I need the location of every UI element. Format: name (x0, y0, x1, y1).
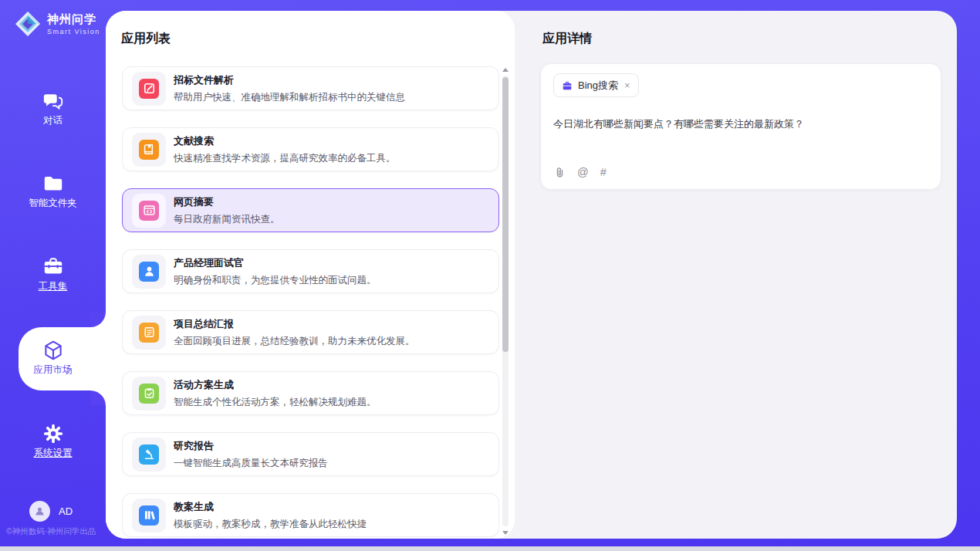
tool-tag-label: Bing搜索 (578, 79, 618, 93)
app-icon (132, 255, 166, 289)
app-card-desc: 一键智能生成高质量长文本研究报告 (174, 457, 328, 470)
bubble-curve-top (90, 312, 106, 327)
prompt-card: Bing搜索 × 今日湖北有哪些新闻要点？有哪些需要关注的最新政策？ @ # (540, 63, 941, 190)
app-card[interactable]: 文献搜索快速精准查找学术资源，提高研究效率的必备工具。 (122, 127, 499, 171)
sidebar-item-cube[interactable]: 应用市场 (0, 338, 106, 377)
person-icon (34, 505, 46, 517)
app-card-title: 文献搜索 (174, 134, 396, 148)
prompt-toolbar: @ # (554, 166, 607, 178)
app-list-panel: 应用列表 招标文件解析帮助用户快速、准确地理解和解析招标书中的关键信息文献搜索快… (106, 11, 515, 539)
attachment-icon[interactable] (554, 167, 566, 178)
app-icon (132, 72, 166, 106)
sidebar-item-label: 应用市场 (34, 363, 73, 377)
app-card-desc: 模板驱动，教案秒成，教学准备从此轻松快捷 (174, 518, 367, 531)
interviewer-icon (139, 262, 159, 282)
tool-tag[interactable]: Bing搜索 × (553, 73, 639, 97)
app-card[interactable]: 教案生成模板驱动，教案秒成，教学准备从此轻松快捷 (122, 493, 499, 537)
app-icon (132, 499, 166, 532)
sidebar-item-folder[interactable]: 智能文件夹 (0, 171, 106, 210)
cube-icon (0, 338, 106, 361)
edit-icon (139, 79, 159, 99)
scrollbar-thumb[interactable] (502, 77, 509, 352)
sidebar-item-toolbox[interactable]: 工具集 (0, 255, 106, 293)
notepad-icon (139, 323, 159, 343)
sidebar: 神州问学 Smart Vision 对话智能文件夹工具集应用市场系统设置 AD … (0, 0, 106, 551)
app-card-title: 产品经理面试官 (174, 256, 377, 270)
app-list: 招标文件解析帮助用户快速、准确地理解和解析招标书中的关键信息文献搜索快速精准查找… (122, 66, 499, 540)
scroll-up-button[interactable] (501, 65, 510, 74)
app-card-title: 研究报告 (174, 439, 328, 453)
app-icon (132, 438, 166, 472)
gear-icon (0, 421, 106, 445)
toolbox-icon (0, 255, 106, 278)
chat-icon (0, 89, 106, 112)
arrow-down-icon (502, 531, 509, 535)
scroll-down-button[interactable] (501, 528, 510, 537)
copyright-text: ©神州数码·神州问学出品 (6, 526, 96, 537)
mention-icon[interactable]: @ (577, 166, 589, 178)
app-card[interactable]: 产品经理面试官明确身份和职责，为您提供专业性的面试问题。 (122, 249, 499, 293)
brand-logo-icon (14, 10, 42, 38)
app-list-title: 应用列表 (121, 31, 171, 47)
brand-name: 神州问学 (47, 12, 100, 27)
app-card[interactable]: 网页摘要每日政府新闻资讯快查。 (122, 188, 499, 232)
app-card-title: 招标文件解析 (174, 73, 405, 87)
bottom-strip (0, 546, 980, 551)
app-card-desc: 快速精准查找学术资源，提高研究效率的必备工具。 (174, 152, 396, 165)
report-icon (139, 445, 159, 465)
app-icon (132, 194, 166, 228)
brand-subtitle: Smart Vision (47, 28, 100, 35)
clipboard-icon (139, 384, 159, 404)
brand-logo: 神州问学 Smart Vision (14, 10, 100, 38)
hashtag-icon[interactable]: # (600, 166, 607, 178)
close-icon[interactable]: × (624, 79, 630, 91)
sidebar-item-label: 系统设置 (34, 447, 73, 460)
app-detail-title: 应用详情 (542, 31, 592, 47)
sidebar-item-chat[interactable]: 对话 (0, 89, 106, 127)
app-card-desc: 全面回顾项目进展，总结经验教训，助力未来优化发展。 (174, 335, 415, 348)
app-card-desc: 帮助用户快速、准确地理解和解析招标书中的关键信息 (174, 91, 405, 104)
sidebar-item-label: 智能文件夹 (29, 197, 77, 210)
avatar[interactable] (29, 501, 50, 522)
app-icon (132, 377, 166, 411)
app-card-desc: 智能生成个性化活动方案，轻松解决规划难题。 (174, 396, 377, 409)
app-card-title: 活动方案生成 (174, 378, 377, 392)
app-card[interactable]: 项目总结汇报全面回顾项目进展，总结经验教训，助力未来优化发展。 (122, 310, 499, 354)
app-card[interactable]: 研究报告一键智能生成高质量长文本研究报告 (122, 432, 499, 476)
app-card-desc: 明确身份和职责，为您提供专业性的面试问题。 (174, 274, 377, 287)
app-window: 神州问学 Smart Vision 对话智能文件夹工具集应用市场系统设置 AD … (0, 0, 980, 551)
main-panel: 应用列表 招标文件解析帮助用户快速、准确地理解和解析招标书中的关键信息文献搜索快… (106, 11, 957, 539)
books-icon (139, 505, 159, 526)
arrow-up-icon (502, 68, 509, 72)
bubble-curve-bottom (90, 390, 106, 406)
app-card-desc: 每日政府新闻资讯快查。 (174, 213, 280, 226)
folder-icon (0, 171, 106, 194)
app-icon (132, 133, 166, 167)
app-card[interactable]: 招标文件解析帮助用户快速、准确地理解和解析招标书中的关键信息 (122, 66, 499, 110)
user-profile[interactable]: AD (29, 501, 73, 522)
prompt-input[interactable]: 今日湖北有哪些新闻要点？有哪些需要关注的最新政策？ (553, 117, 930, 132)
scrollbar[interactable] (501, 65, 510, 537)
sidebar-item-label: 工具集 (39, 280, 68, 293)
app-card-title: 教案生成 (174, 500, 367, 514)
app-detail-panel: 应用详情 Bing搜索 × 今日湖北有哪些新闻要点？有哪些需要关注的最新政策？ … (526, 11, 957, 539)
app-card-title: 网页摘要 (174, 195, 280, 209)
app-card[interactable]: 活动方案生成智能生成个性化活动方案，轻松解决规划难题。 (122, 371, 499, 415)
sidebar-item-label: 对话 (43, 114, 63, 127)
app-card-title: 项目总结汇报 (174, 317, 415, 331)
briefcase-icon (562, 80, 573, 91)
book-icon (139, 140, 159, 160)
sidebar-item-gear[interactable]: 系统设置 (0, 421, 106, 460)
user-initials: AD (59, 505, 73, 517)
webpage-icon (139, 201, 159, 221)
app-icon (132, 316, 166, 350)
